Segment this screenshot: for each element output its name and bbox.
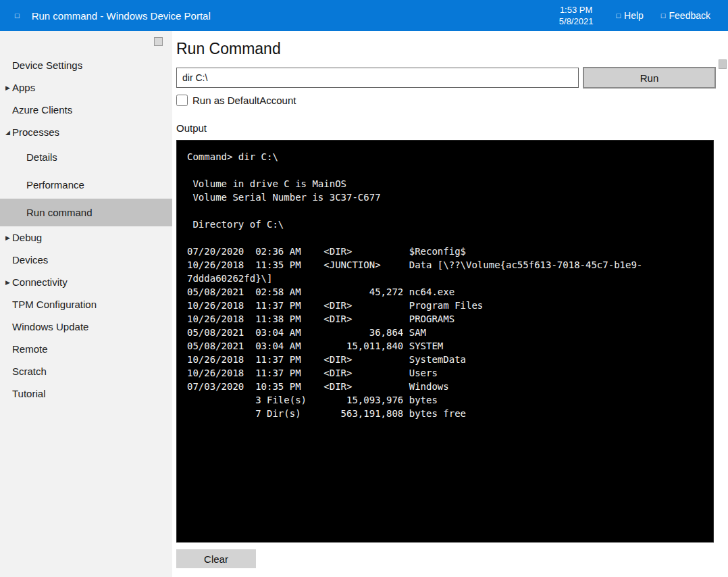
sidebar-item-tutorial[interactable]: Tutorial [0, 382, 172, 405]
sidebar-item-list: Device Settings ▶ Apps Azure Clients ◢ P… [0, 31, 172, 405]
sidebar-item-debug[interactable]: ▶ Debug [0, 226, 172, 249]
main-content: Run Command Run Run as DefaultAccount Ou… [172, 31, 717, 577]
sidebar-item-windows-update[interactable]: Windows Update [0, 316, 172, 338]
sidebar-item-label: Devices [12, 254, 48, 266]
chevron-right-icon: ▶ [5, 279, 12, 286]
run-button[interactable]: Run [583, 67, 716, 89]
sidebar-item-run-command[interactable]: Run command [0, 199, 172, 226]
sidebar-item-label: Processes [12, 126, 59, 138]
sidebar-item-label: Remote [12, 343, 48, 355]
chevron-right-icon: ▶ [5, 84, 12, 91]
sidebar-item-label: TPM Configuration [12, 299, 97, 310]
vertical-scrollbar[interactable] [717, 31, 728, 577]
date-label: 5/8/2021 [559, 16, 594, 27]
command-output-console: Command> dir C:\ Volume in drive C is Ma… [176, 140, 714, 543]
sidebar-item-label: Details [26, 151, 57, 163]
time-label: 1:53 PM [559, 4, 594, 16]
app-icon: □ [15, 12, 20, 20]
sidebar-item-label: Performance [26, 179, 84, 191]
sidebar-item-label: Scratch [12, 366, 47, 377]
sidebar-item-device-settings[interactable]: Device Settings [0, 54, 172, 76]
sidebar-item-label: Azure Clients [12, 104, 72, 116]
sidebar-item-remote[interactable]: Remote [0, 338, 172, 360]
window-title: Run command - Windows Device Portal [32, 10, 559, 22]
sidebar-item-scratch[interactable]: Scratch [0, 360, 172, 382]
feedback-label: Feedback [669, 10, 710, 21]
feedback-button[interactable]: □ Feedback [661, 10, 710, 21]
clear-button[interactable]: Clear [176, 549, 256, 568]
sidebar-item-label: Windows Update [12, 321, 88, 332]
chevron-expanded-icon: ◢ [5, 129, 12, 136]
help-button[interactable]: □ Help [616, 10, 643, 21]
page-title: Run Command [176, 40, 717, 58]
sidebar-nav: Device Settings ▶ Apps Azure Clients ◢ P… [0, 31, 172, 577]
clock: 1:53 PM 5/8/2021 [559, 4, 594, 27]
run-as-defaultaccount-row: Run as DefaultAccount [176, 95, 717, 106]
scrollbar-thumb[interactable] [719, 59, 727, 69]
sidebar-item-label: Run command [26, 207, 93, 218]
sidebar-item-label: Connectivity [12, 276, 68, 288]
command-input[interactable] [176, 68, 579, 88]
sidebar-item-performance[interactable]: Performance [0, 171, 172, 199]
run-as-defaultaccount-checkbox[interactable] [176, 95, 188, 106]
title-bar: □ Run command - Windows Device Portal 1:… [0, 0, 728, 31]
help-icon: □ [616, 11, 621, 20]
feedback-icon: □ [661, 11, 666, 20]
command-row: Run [176, 67, 717, 89]
sidebar-item-label: Apps [12, 82, 35, 93]
sidebar-item-label: Device Settings [12, 59, 82, 71]
sidebar-item-details[interactable]: Details [0, 143, 172, 171]
sidebar-item-devices[interactable]: Devices [0, 249, 172, 271]
sidebar-item-azure-clients[interactable]: Azure Clients [0, 99, 172, 121]
sidebar-item-tpm-configuration[interactable]: TPM Configuration [0, 293, 172, 316]
checkbox-label: Run as DefaultAccount [192, 95, 296, 106]
chevron-right-icon: ▶ [5, 234, 12, 241]
sidebar-pin-icon[interactable] [154, 37, 163, 46]
sidebar-item-label: Debug [12, 232, 42, 243]
sidebar-item-label: Tutorial [12, 388, 45, 399]
sidebar-item-apps[interactable]: ▶ Apps [0, 76, 172, 99]
output-label: Output [176, 122, 717, 134]
sidebar-item-connectivity[interactable]: ▶ Connectivity [0, 271, 172, 293]
help-label: Help [624, 10, 644, 21]
sidebar-item-processes[interactable]: ◢ Processes [0, 121, 172, 143]
